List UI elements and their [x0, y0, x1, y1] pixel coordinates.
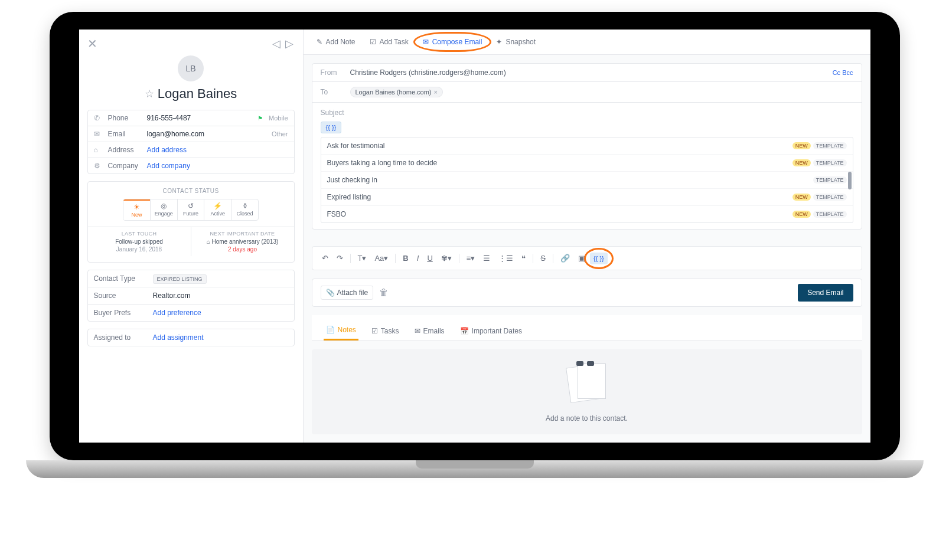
activity-panel: ✎Add Note ☑Add Task ✉Compose Email ✦Snap…	[304, 30, 870, 443]
add-assignment-link[interactable]: Add assignment	[153, 333, 204, 342]
avatar: LB	[178, 55, 204, 81]
merge-field-button[interactable]: {{ }}	[321, 122, 342, 133]
bcc-link[interactable]: Bcc	[842, 69, 853, 76]
status-heading: CONTACT STATUS	[94, 188, 288, 194]
address-label: Address	[108, 146, 147, 154]
status-new[interactable]: ☀New	[123, 199, 150, 220]
template-dropdown[interactable]: Ask for testimonialNEWTEMPLATE Buyers ta…	[321, 137, 853, 223]
status-closed[interactable]: ⚱Closed	[231, 199, 258, 220]
template-item[interactable]: Ask for testimonialNEWTEMPLATE	[321, 137, 853, 154]
status-segments: ☀New ◎Engage ↺Future ⚡Active ⚱Closed	[123, 199, 259, 221]
attach-file-button[interactable]: 📎Attach file	[321, 286, 374, 300]
phone-label: Phone	[108, 114, 147, 122]
email-composer: From Christine Rodgers (christine.rodger…	[312, 63, 862, 230]
add-address-link[interactable]: Add address	[147, 146, 187, 154]
phone-value[interactable]: 916-555-4487	[147, 114, 258, 122]
contact-type-badge: EXPIRED LISTING	[153, 274, 207, 284]
compose-email-button[interactable]: ✉Compose Email	[416, 30, 490, 54]
italic-icon[interactable]: I	[413, 251, 423, 265]
to-label: To	[321, 88, 350, 96]
add-task-button[interactable]: ☑Add Task	[363, 30, 416, 54]
contact-info-card: ✆ Phone 916-555-4487 ⚑ Mobile ✉ Email lo…	[87, 110, 295, 174]
subject-input[interactable]: Subject	[321, 109, 853, 117]
prev-icon[interactable]: ◁	[272, 38, 281, 50]
template-item[interactable]: Just checking inTEMPLATE	[321, 171, 853, 188]
note-icon: ✎	[317, 38, 322, 46]
contact-details-card: Contact TypeEXPIRED LISTING SourceRealto…	[87, 270, 295, 322]
empty-state: Add a note to this contact.	[312, 349, 862, 434]
tab-notes[interactable]: 📄 Notes	[324, 321, 358, 340]
tab-tasks[interactable]: ☑ Tasks	[369, 321, 402, 340]
paperclip-icon: 📎	[326, 289, 335, 297]
add-preference-link[interactable]: Add preference	[153, 309, 201, 317]
remove-chip-icon[interactable]: ×	[434, 89, 438, 96]
flag-icon: ⚑	[257, 115, 263, 122]
template-item[interactable]: Buyers taking a long time to decideNEWTE…	[321, 154, 853, 171]
scrollbar[interactable]	[848, 172, 852, 189]
contact-panel: ✕ ◁ ▷ LB ☆ Logan Baines ✆ Phone 916-555-…	[79, 30, 304, 443]
add-note-button[interactable]: ✎Add Note	[309, 30, 363, 54]
clipboard-illustration	[563, 361, 611, 408]
status-active[interactable]: ⚡Active	[204, 199, 231, 220]
from-value: Christine Rodgers (christine.rodgers@hom…	[350, 68, 506, 77]
snapshot-icon: ✦	[496, 38, 502, 46]
send-bar: 📎Attach file 🗑 Send Email	[312, 279, 862, 307]
snapshot-button[interactable]: ✦Snapshot	[489, 30, 543, 54]
company-label: Company	[108, 162, 147, 170]
toolbar-merge-button[interactable]: {{ }}	[590, 253, 608, 264]
email-label: Email	[108, 130, 147, 138]
next-important-date: NEXT IMPORTANT DATE ⌂ Home anniversary (…	[191, 227, 294, 256]
task-icon: ☑	[370, 38, 376, 46]
contact-status-card: CONTACT STATUS ☀New ◎Engage ↺Future ⚡Act…	[87, 181, 295, 263]
ordered-list-icon[interactable]: ☰	[480, 251, 494, 265]
email-type: Other	[272, 130, 288, 137]
font-size-icon[interactable]: T▾	[354, 251, 370, 265]
editor-toolbar: ↶ ↷ T▾ Aa▾ B I U ✾▾ ≡▾ ☰ ⋮☰ ❝ S 🔗 ▣ {{ }…	[312, 246, 862, 270]
company-icon: ⚙	[94, 162, 103, 170]
assignment-card: Assigned toAdd assignment	[87, 329, 295, 346]
bold-icon[interactable]: B	[399, 251, 412, 265]
template-item[interactable]: FSBONEWTEMPLATE	[321, 205, 853, 222]
status-engage[interactable]: ◎Engage	[150, 199, 177, 220]
source-value: Realtor.com	[153, 292, 191, 300]
activity-tabs: 📄 Notes ☑ Tasks ✉ Emails 📅 Important Dat…	[312, 315, 862, 341]
unordered-list-icon[interactable]: ⋮☰	[495, 251, 517, 265]
close-icon[interactable]: ✕	[87, 37, 97, 51]
action-bar: ✎Add Note ☑Add Task ✉Compose Email ✦Snap…	[304, 30, 870, 55]
contact-name: Logan Baines	[158, 86, 237, 101]
add-company-link[interactable]: Add company	[147, 162, 190, 170]
source-label: Source	[94, 292, 153, 300]
trash-icon[interactable]: 🗑	[379, 287, 389, 298]
send-email-button[interactable]: Send Email	[798, 284, 853, 302]
phone-icon: ✆	[94, 114, 103, 122]
star-icon[interactable]: ☆	[145, 87, 154, 100]
quote-icon[interactable]: ❝	[518, 251, 529, 265]
from-label: From	[321, 68, 350, 77]
link-icon[interactable]: 🔗	[557, 251, 573, 265]
buyer-prefs-label: Buyer Prefs	[94, 309, 153, 317]
status-future[interactable]: ↺Future	[177, 199, 204, 220]
redo-icon[interactable]: ↷	[333, 251, 347, 265]
home-icon: ⌂	[94, 146, 103, 154]
highlight-circle	[584, 248, 614, 269]
last-touch: LAST TOUCH Follow-up skipped January 16,…	[88, 227, 191, 256]
color-icon[interactable]: ✾▾	[438, 251, 455, 265]
underline-icon[interactable]: U	[423, 251, 436, 265]
email-icon: ✉	[94, 130, 103, 138]
cc-link[interactable]: Cc	[833, 69, 840, 76]
tab-important-dates[interactable]: 📅 Important Dates	[458, 321, 524, 340]
tab-emails[interactable]: ✉ Emails	[412, 321, 447, 340]
align-icon[interactable]: ≡▾	[463, 251, 479, 265]
phone-type: Mobile	[269, 114, 288, 122]
strikethrough-icon[interactable]: S	[537, 251, 549, 265]
empty-text: Add a note to this contact.	[324, 414, 850, 423]
contact-type-label: Contact Type	[94, 274, 153, 283]
font-family-icon[interactable]: Aa▾	[371, 251, 392, 265]
undo-icon[interactable]: ↶	[318, 251, 332, 265]
recipient-chip[interactable]: Logan Baines (home.com)×	[350, 87, 443, 97]
email-value[interactable]: logan@home.com	[147, 130, 272, 138]
assigned-to-label: Assigned to	[94, 333, 153, 342]
highlight-circle	[413, 32, 492, 52]
next-icon[interactable]: ▷	[285, 38, 293, 50]
template-item[interactable]: Expired listingNEWTEMPLATE	[321, 188, 853, 205]
